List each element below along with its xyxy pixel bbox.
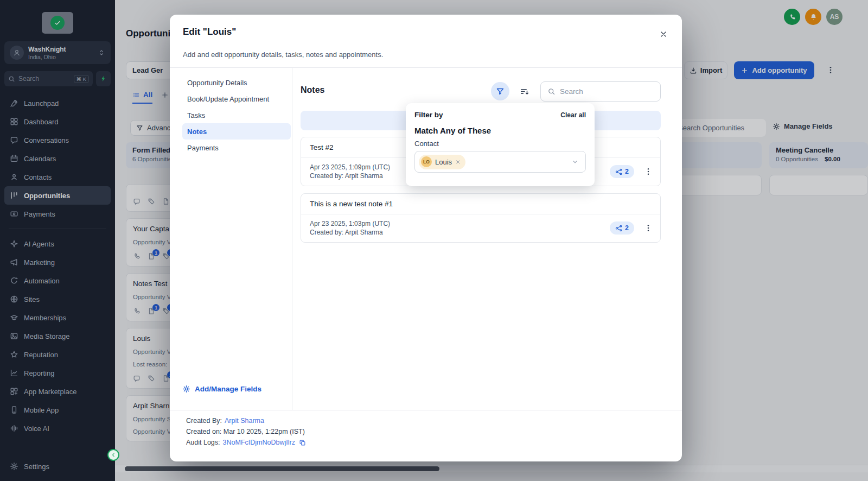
- modal-nav-notes[interactable]: Notes: [182, 123, 291, 140]
- created-by-label: Created By:: [186, 417, 222, 425]
- search-icon: [547, 87, 556, 96]
- modal-nav: Opportunity Details Book/Update Appointm…: [170, 68, 292, 410]
- created-by-link[interactable]: Arpit Sharma: [225, 417, 264, 425]
- contact-chip-label: Louis: [435, 158, 452, 166]
- copy-icon[interactable]: [299, 439, 306, 446]
- notes-search-input[interactable]: [540, 81, 661, 102]
- modal-footer: Created By: Arpit Sharma Created on: Mar…: [170, 410, 682, 461]
- associations-badge[interactable]: 2: [610, 165, 634, 178]
- sidebar-collapse-button[interactable]: [107, 449, 119, 461]
- share-icon: [615, 225, 622, 232]
- associations-badge[interactable]: 2: [610, 221, 634, 235]
- note-created-by: Created by: Arpit Sharma: [310, 172, 390, 180]
- modal-title: Edit "Louis": [183, 27, 236, 37]
- notes-search-field[interactable]: [560, 87, 654, 96]
- filter-popover: Filter by Clear all Match Any of These C…: [406, 103, 595, 186]
- modal-nav-tasks[interactable]: Tasks: [182, 107, 291, 123]
- chevron-down-icon: [571, 158, 579, 166]
- note-menu-icon[interactable]: [644, 167, 653, 176]
- selected-contact-chip[interactable]: LO Louis: [419, 155, 465, 169]
- modal-subtitle: Add and edit opportunity details, tasks,…: [183, 50, 383, 59]
- popover-title: Filter by: [414, 111, 443, 119]
- gear-icon: [182, 385, 190, 393]
- filter-button[interactable]: [491, 82, 509, 100]
- contact-field-label: Contact: [406, 135, 595, 148]
- note-timestamp: Apr 23 2025, 1:03pm (UTC): [310, 219, 390, 228]
- close-icon: [659, 30, 668, 39]
- note-menu-icon[interactable]: [644, 224, 653, 232]
- contact-initials-avatar: LO: [421, 156, 432, 167]
- modal-nav-payments[interactable]: Payments: [182, 140, 291, 156]
- modal-nav-opportunity-details[interactable]: Opportunity Details: [182, 74, 291, 91]
- note-timestamp: Apr 23 2025, 1:09pm (UTC): [310, 163, 390, 172]
- modal-nav-book-update-appointment[interactable]: Book/Update Appointment: [182, 91, 291, 107]
- note-created-by: Created by: Arpit Sharma: [310, 228, 390, 237]
- audit-logs-label: Audit Logs:: [186, 439, 220, 446]
- note-title: This is a new test note #1: [301, 194, 660, 214]
- chevron-left-icon: [110, 452, 117, 458]
- app-screen: WashKnight India, Ohio Search ⌘ K Launch…: [0, 0, 868, 481]
- edit-opportunity-modal: Edit "Louis" Add and edit opportunity de…: [170, 15, 682, 461]
- sort-icon: [520, 87, 529, 96]
- remove-chip-icon[interactable]: [455, 159, 461, 165]
- close-button[interactable]: [657, 28, 670, 41]
- contact-filter-select[interactable]: LO Louis: [414, 151, 586, 173]
- share-icon: [615, 168, 622, 175]
- sort-button[interactable]: [515, 82, 533, 100]
- clear-all-button[interactable]: Clear all: [560, 111, 586, 119]
- note-card[interactable]: This is a new test note #1 Apr 23 2025, …: [301, 193, 661, 243]
- match-heading: Match Any of These: [406, 119, 595, 135]
- add-manage-fields-button[interactable]: Add/Manage Fields: [182, 385, 261, 393]
- funnel-icon: [496, 87, 505, 96]
- audit-log-link[interactable]: 3NoMFcIDjmNoDbwjIlrz: [223, 439, 295, 446]
- notes-heading: Notes: [301, 85, 324, 95]
- created-on-text: Created on: Mar 10 2025, 1:22pm (IST): [186, 428, 305, 435]
